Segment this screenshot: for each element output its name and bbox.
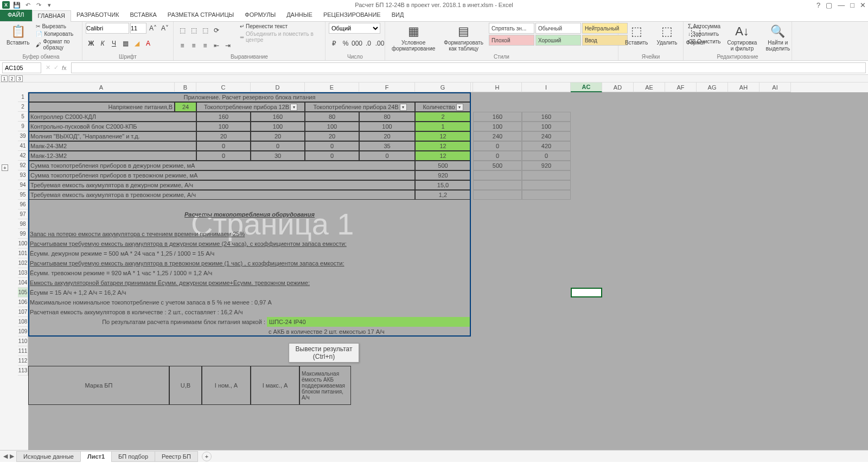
row-header-5[interactable]: 5 <box>18 112 28 122</box>
indent-increase-icon[interactable]: ⇥ <box>222 40 233 51</box>
row-header-95[interactable]: 95 <box>18 190 28 200</box>
tab-review[interactable]: РЕЦЕНЗИРОВАНИЕ <box>318 10 386 21</box>
filter-icon[interactable]: ▾ <box>456 104 463 111</box>
row-header-111[interactable]: 111 <box>18 346 28 356</box>
column-header-F[interactable]: F <box>359 83 415 92</box>
border-button[interactable]: ▦ <box>120 38 131 49</box>
align-left-icon[interactable]: ≡ <box>177 40 188 51</box>
column-header-AC[interactable]: AC <box>571 83 602 92</box>
row-header-108[interactable]: 108 <box>18 317 28 327</box>
align-center-icon[interactable]: ≡ <box>188 40 199 51</box>
column-header-A[interactable]: A <box>28 83 175 92</box>
outline-level-3[interactable]: 3 <box>16 75 23 82</box>
column-header-B[interactable]: B <box>175 83 196 92</box>
row-header-104[interactable]: 104 <box>18 278 28 288</box>
cell-qty-0[interactable]: 2 <box>415 112 471 122</box>
add-sheet-button[interactable]: + <box>202 452 212 461</box>
row-header-41[interactable]: 41 <box>18 141 28 151</box>
underline-button[interactable]: Ч <box>108 38 119 49</box>
row-header-103[interactable]: 103 <box>18 268 28 278</box>
column-header-AH[interactable]: AH <box>728 83 760 92</box>
enter-formula-icon[interactable]: ✓ <box>54 64 59 71</box>
tab-page-layout[interactable]: РАЗМЕТКА СТРАНИЦЫ <box>162 10 239 21</box>
row-header-109[interactable]: 109 <box>18 327 28 337</box>
autosum-button[interactable]: ΣАвтосумма <box>687 23 722 30</box>
align-right-icon[interactable]: ≡ <box>200 40 210 51</box>
paste-button[interactable]: 📋 Вставить <box>3 23 33 47</box>
dec-inc-icon[interactable]: .0 <box>363 38 374 49</box>
row-header-112[interactable]: 112 <box>18 356 28 366</box>
fx-icon[interactable]: fx <box>62 65 67 71</box>
cell-qty-4[interactable]: 12 <box>415 151 471 161</box>
percent-icon[interactable]: % <box>340 38 351 49</box>
indent-decrease-icon[interactable]: ⇤ <box>211 40 222 51</box>
hdr-24v[interactable]: Токопотребление прибора 24В▾ <box>305 102 415 112</box>
row-header-97[interactable]: 97 <box>18 210 28 219</box>
sheet-tab-1[interactable]: Лист1 <box>80 451 112 462</box>
align-middle-icon[interactable]: ⬚ <box>188 25 199 36</box>
row-header-94[interactable]: 94 <box>18 180 28 190</box>
row-header-1[interactable]: 1 <box>18 92 28 102</box>
hdr-qty[interactable]: Количество▾ <box>415 102 471 112</box>
wrap-text-button[interactable]: ↵Перенести текст <box>239 23 322 30</box>
style-bad[interactable]: Плохой <box>489 35 534 46</box>
save-icon[interactable]: 💾 <box>13 1 21 9</box>
column-header-AI[interactable]: AI <box>760 83 791 92</box>
tab-file[interactable]: ФАЙЛ <box>0 10 32 21</box>
decrease-font-icon[interactable]: A˅ <box>159 23 170 34</box>
row-header-106[interactable]: 106 <box>18 297 28 307</box>
clear-button[interactable]: ⌫Очистить <box>687 38 722 45</box>
sort-filter-button[interactable]: A↓Сортировка и фильтр <box>724 23 761 53</box>
row-header-99[interactable]: 99 <box>18 229 28 239</box>
font-name-input[interactable] <box>86 23 129 34</box>
redo-icon[interactable]: ↷ <box>35 1 42 9</box>
qat-dropdown-icon[interactable]: ▾ <box>46 1 53 9</box>
column-header-I[interactable]: I <box>522 83 571 92</box>
sheet-tab-2[interactable]: БП подбор <box>111 451 155 462</box>
dec-dec-icon[interactable]: .00 <box>374 38 385 49</box>
column-header-H[interactable]: H <box>473 83 522 92</box>
tab-view[interactable]: ВИД <box>386 10 410 21</box>
outline-expand-button[interactable]: + <box>2 164 8 171</box>
cancel-formula-icon[interactable]: ✕ <box>46 64 50 71</box>
column-header-AG[interactable]: AG <box>697 83 728 92</box>
name-box[interactable] <box>2 62 41 73</box>
row-header-102[interactable]: 102 <box>18 258 28 268</box>
outline-level-1[interactable]: 1 <box>1 75 8 82</box>
sheet-nav-prev-icon[interactable]: ◀ <box>3 453 8 460</box>
row-header-39[interactable]: 39 <box>18 131 28 141</box>
ribbon-options-icon[interactable]: ▢ <box>826 1 832 9</box>
format-as-table-button[interactable]: ▤Форматировать как таблицу <box>441 23 487 53</box>
row-header-96[interactable]: 96 <box>18 200 28 210</box>
sheet-tab-3[interactable]: Реестр БП <box>155 451 198 462</box>
column-header-D[interactable]: D <box>251 83 305 92</box>
cell-qty-3[interactable]: 12 <box>415 141 471 151</box>
column-header-AF[interactable]: AF <box>665 83 697 92</box>
formula-input[interactable] <box>71 62 866 73</box>
align-bottom-icon[interactable]: ⬚ <box>200 25 210 36</box>
accounting-icon[interactable]: ₽ <box>329 38 340 49</box>
voltage-cell[interactable]: 24 <box>175 102 196 112</box>
sheet-nav-next-icon[interactable]: ▶ <box>10 453 14 460</box>
column-header-C[interactable]: C <box>196 83 251 92</box>
fill-button[interactable]: ↓Заполнить <box>687 30 722 37</box>
style-hide[interactable]: Спрятать зн... <box>489 23 534 34</box>
fill-color-button[interactable]: ◢ <box>131 38 142 49</box>
row-header-9[interactable]: 9 <box>18 122 28 131</box>
increase-font-icon[interactable]: A˄ <box>148 23 158 34</box>
tab-formulas[interactable]: ФОРМУЛЫ <box>239 10 281 21</box>
find-select-button[interactable]: 🔍Найти и выделить <box>762 23 793 53</box>
maximize-icon[interactable]: □ <box>850 1 854 9</box>
format-painter-button[interactable]: 🖌Формат по образцу <box>35 38 79 51</box>
copy-button[interactable]: 📄Копировать <box>35 30 79 37</box>
column-header-AE[interactable]: AE <box>634 83 665 92</box>
filter-icon[interactable]: ▾ <box>290 104 297 111</box>
delete-cells-button[interactable]: ⬚Удалить <box>653 23 680 47</box>
row-header-105[interactable]: 105 <box>18 288 28 297</box>
italic-button[interactable]: К <box>97 38 108 49</box>
outline-level-2[interactable]: 2 <box>9 75 15 82</box>
number-format-select[interactable]: Общий <box>329 23 380 34</box>
cell-qty-2[interactable]: 12 <box>415 131 471 141</box>
filter-icon[interactable]: ▾ <box>400 104 407 111</box>
row-header-98[interactable]: 98 <box>18 219 28 229</box>
